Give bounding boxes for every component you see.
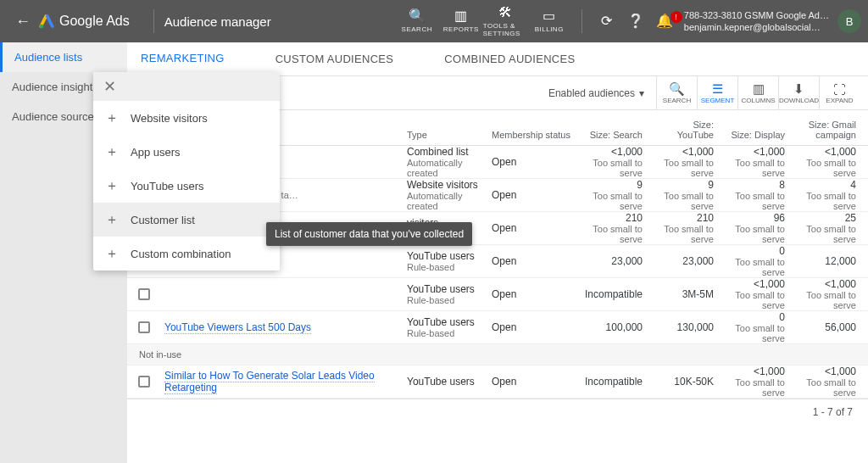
toolbar-download[interactable]: ⬇DOWNLOAD (778, 76, 819, 109)
audience-filter-dropdown[interactable]: Enabled audiences ▾ (548, 87, 644, 99)
header-search[interactable]: 🔍SEARCH (395, 9, 439, 33)
row-checkbox[interactable] (138, 321, 150, 333)
svg-point-0 (40, 25, 44, 29)
columns-icon: ▥ (753, 81, 765, 97)
row-checkbox[interactable] (138, 288, 150, 300)
toolbar-segment[interactable]: ☰SEGMENT (697, 76, 737, 109)
menu-item-customer-list[interactable]: ＋Customer list (93, 203, 280, 237)
header-billing[interactable]: ▭BILLING (527, 9, 571, 33)
help-icon: ❔ (627, 14, 645, 28)
billing-icon: ▭ (542, 9, 556, 23)
download-icon: ⬇ (793, 81, 804, 97)
expand-icon: ⛶ (833, 82, 846, 97)
table-body-notinuse: Similar to How To Generate Solar Leads V… (127, 365, 868, 399)
tab-custom-audiences[interactable]: CUSTOM AUDIENCES (267, 42, 403, 75)
filter-label: Enabled audiences (548, 87, 635, 99)
app-header: ← Google Ads Audience manager 🔍SEARCH ▥R… (0, 0, 868, 42)
close-icon[interactable]: ✕ (103, 77, 116, 96)
col-size-search[interactable]: Size: Search (583, 130, 654, 140)
col-size-display[interactable]: Size: Display (726, 130, 797, 140)
col-size-youtube[interactable]: Size: YouTube (654, 120, 726, 140)
tools-icon: 🛠 (498, 6, 513, 20)
chevron-down-icon: ▾ (639, 87, 644, 99)
nav-audience-lists[interactable]: Audience lists (0, 42, 127, 72)
back-arrow-icon[interactable]: ← (7, 13, 39, 31)
search-icon: 🔍 (669, 81, 685, 97)
plus-icon: ＋ (105, 143, 119, 161)
search-icon: 🔍 (409, 9, 426, 23)
col-size-gmail[interactable]: Size: Gmail campaign (797, 120, 868, 140)
refresh-icon: ⟳ (601, 14, 613, 28)
divider (153, 9, 154, 33)
account-info[interactable]: 788-323-3810 GSMM Google Ad… benjamin.ke… (684, 9, 829, 34)
header-reports[interactable]: ▥REPORTS (439, 9, 483, 33)
segment-icon: ☰ (712, 81, 723, 97)
menu-item-custom-combination[interactable]: ＋Custom combination (93, 237, 280, 271)
section-not-in-use: Not in-use (127, 344, 868, 365)
menu-close-row: ✕ (93, 72, 280, 101)
section-title: Audience manager (164, 14, 271, 29)
account-line2: benjamin.kepner@globalsocial… (684, 21, 829, 33)
tab-combined-audiences[interactable]: COMBINED AUDIENCES (436, 42, 583, 75)
table-row: YouTube Viewers Last 500 DaysYouTube use… (127, 311, 868, 344)
plus-icon: ＋ (105, 245, 119, 263)
refresh-button[interactable]: ⟳ (593, 14, 621, 28)
notifications-button[interactable]: 🔔 ! (650, 14, 679, 28)
pager: 1 - 7 of 7 (127, 399, 868, 424)
menu-item-website-visitors[interactable]: ＋Website visitors (93, 101, 280, 135)
tooltip-customer-list: List of customer data that you've collec… (266, 222, 472, 246)
tab-remarketing[interactable]: REMARKETING (132, 42, 233, 75)
notification-badge: ! (670, 11, 682, 23)
product-name: Google Ads (59, 14, 130, 29)
header-tools[interactable]: 🛠TOOLS & SETTINGS (483, 6, 527, 37)
audience-name-link[interactable]: YouTube Viewers Last 500 Days (164, 321, 311, 334)
col-membership[interactable]: Membership status (492, 130, 583, 140)
col-type[interactable]: Type (407, 130, 492, 140)
reports-icon: ▥ (454, 9, 468, 23)
menu-item-youtube-users[interactable]: ＋YouTube users (93, 169, 280, 203)
google-ads-icon (39, 14, 54, 29)
plus-icon: ＋ (105, 109, 119, 127)
table-row: Similar to How To Generate Solar Leads V… (127, 365, 868, 399)
toolbar-columns[interactable]: ▥COLUMNS (737, 76, 778, 109)
avatar[interactable]: B (837, 9, 861, 33)
help-button[interactable]: ❔ (621, 14, 650, 28)
account-line1: 788-323-3810 GSMM Google Ad… (684, 9, 829, 21)
plus-icon: ＋ (105, 211, 119, 229)
menu-item-app-users[interactable]: ＋App users (93, 135, 280, 169)
product-logo[interactable]: Google Ads (39, 14, 143, 29)
tabs: REMARKETING CUSTOM AUDIENCES COMBINED AU… (127, 42, 868, 76)
toolbar-search[interactable]: 🔍SEARCH (656, 76, 697, 109)
create-audience-menu: ✕ ＋Website visitors＋App users＋YouTube us… (93, 72, 280, 271)
toolbar-expand[interactable]: ⛶EXPAND (819, 76, 860, 109)
divider (581, 9, 582, 33)
plus-icon: ＋ (105, 177, 119, 195)
audience-name-link[interactable]: Similar to How To Generate Solar Leads V… (164, 370, 375, 394)
row-checkbox[interactable] (138, 376, 150, 388)
table-row: YouTube usersRule-basedOpenIncompatible3… (127, 278, 868, 311)
